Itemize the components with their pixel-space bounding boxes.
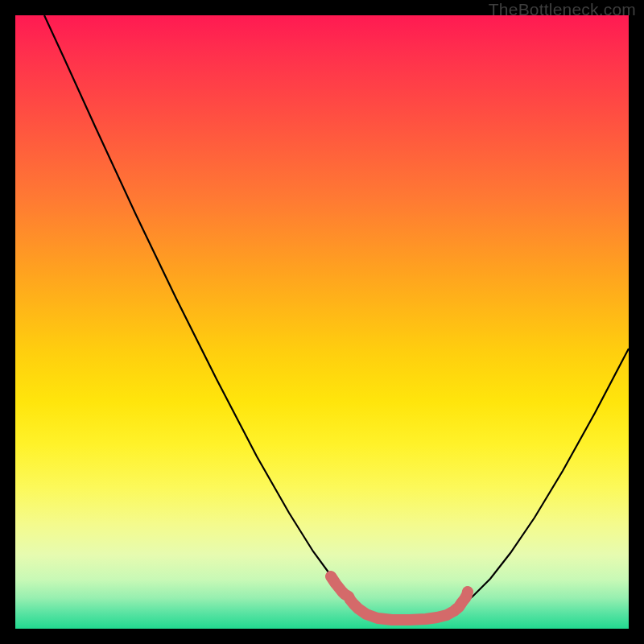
highlight-markers xyxy=(326,572,473,613)
plot-area xyxy=(15,15,629,629)
curve-layer xyxy=(15,15,629,629)
highlight-marker xyxy=(326,572,336,582)
highlight-marker xyxy=(340,589,350,600)
highlight-trough xyxy=(331,576,468,620)
chart-frame: TheBottleneck.com xyxy=(0,0,644,644)
watermark-text: TheBottleneck.com xyxy=(489,0,636,19)
highlight-marker xyxy=(463,587,473,597)
bottleneck-curve xyxy=(44,15,629,619)
